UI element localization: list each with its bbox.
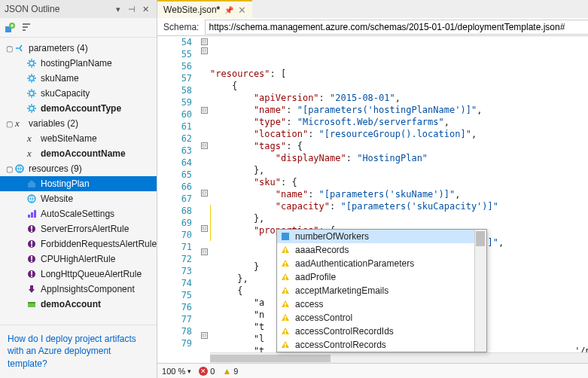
fold-gutter[interactable]: ⊟⊟⊟⊟⊟⊟⊟⊟ xyxy=(198,36,210,363)
tree-item-resource[interactable]: ▸demoAccount xyxy=(0,297,157,312)
tree-item-resource[interactable]: ▸LongHttpQueueAlertRule xyxy=(0,267,157,282)
svg-text:x: x xyxy=(14,118,20,129)
intellisense-label: access xyxy=(295,299,323,309)
variables-icon: x xyxy=(14,117,26,130)
warning-icon xyxy=(280,299,291,309)
tree-label: Website xyxy=(41,194,73,204)
svg-rect-46 xyxy=(34,210,36,218)
close-icon[interactable]: ✕ xyxy=(139,5,152,14)
intellisense-item[interactable]: access xyxy=(277,297,486,311)
svg-point-29 xyxy=(29,106,34,111)
tree-item-resource[interactable]: ▸ServerErrorsAlertRule xyxy=(0,221,157,236)
tree-item-resource[interactable]: ▸ForbiddenRequestsAlertRule xyxy=(0,236,157,251)
intellisense-popup[interactable]: numberOfWorkersaaaaRecordsaadAuthenticat… xyxy=(276,229,487,352)
warning-icon xyxy=(280,285,291,296)
intellisense-item[interactable]: numberOfWorkers xyxy=(277,230,486,243)
gear-icon xyxy=(26,87,38,99)
pin-icon[interactable]: ⊣ xyxy=(125,5,139,14)
warning-icon xyxy=(280,245,291,255)
tree-node-resources[interactable]: ▢ resources (9) xyxy=(0,161,157,176)
svg-rect-45 xyxy=(31,212,33,218)
tree-node-parameters[interactable]: ▢ parameters (4) xyxy=(0,41,157,56)
zoom-level[interactable]: 100 % ▾ xyxy=(162,367,191,376)
tree-item-resource[interactable]: ▸AutoScaleSettings xyxy=(0,206,157,221)
intellisense-scrollbar[interactable] xyxy=(474,230,486,352)
pin-icon[interactable]: 📌 xyxy=(224,6,233,14)
tree-label: demoAccountType xyxy=(41,103,121,114)
resource-icon xyxy=(26,298,38,310)
intellisense-item[interactable]: acceptMarketingEmails xyxy=(277,284,486,297)
svg-rect-73 xyxy=(285,319,286,321)
svg-line-8 xyxy=(34,66,35,67)
intellisense-item[interactable]: aadAuthenticationParameters xyxy=(277,257,486,270)
svg-text:x: x xyxy=(26,148,32,159)
tree-item-param[interactable]: ▸skuCapacity xyxy=(0,86,157,101)
warning-icon xyxy=(280,258,291,269)
intellisense-item[interactable]: accessControl xyxy=(277,311,486,325)
gear-icon xyxy=(26,57,38,69)
svg-line-19 xyxy=(34,75,35,77)
tree-item-param[interactable]: ▸demoAccountType xyxy=(0,101,157,116)
tree-item-resource[interactable]: ▸CPUHighAlertRule xyxy=(0,251,157,267)
svg-rect-42 xyxy=(28,183,35,187)
svg-rect-44 xyxy=(28,215,30,218)
tree-label: CPUHighAlertRule xyxy=(41,254,115,264)
tree-label: skuCapacity xyxy=(41,88,90,99)
outline-toolbar xyxy=(0,18,157,38)
svg-point-20 xyxy=(29,91,34,96)
resource-icon xyxy=(26,253,38,265)
collapse-icon[interactable]: ▢ xyxy=(5,165,14,173)
svg-rect-70 xyxy=(285,303,286,305)
warning-icon xyxy=(280,312,291,323)
tree-item-param[interactable]: ▸skuName xyxy=(0,71,157,86)
close-icon[interactable]: ✕ xyxy=(238,5,246,16)
svg-rect-49 xyxy=(31,230,32,232)
sort-icon[interactable] xyxy=(20,21,33,35)
tree-item-resource[interactable]: ▸HostingPlan xyxy=(0,176,157,191)
error-count[interactable]: ✕0 xyxy=(199,367,215,376)
help-link[interactable]: How do I deploy project artifacts with a… xyxy=(0,325,157,378)
schema-input[interactable] xyxy=(205,20,588,35)
intellisense-item[interactable]: aadProfile xyxy=(277,270,486,284)
tree-item-resource[interactable]: ▸AppInsightsComponent xyxy=(0,282,157,297)
svg-line-10 xyxy=(34,60,35,62)
resource-icon xyxy=(26,193,38,205)
intellisense-item[interactable]: aaaaRecords xyxy=(277,243,486,257)
tree-item-var[interactable]: ▸xdemoAccountName xyxy=(0,146,157,161)
window-position-icon[interactable]: ▾ xyxy=(111,5,125,14)
intellisense-label: accessControlRecordIds xyxy=(295,326,394,337)
tree-label: skuName xyxy=(41,73,79,84)
tree-label: webSiteName xyxy=(41,133,97,144)
svg-line-34 xyxy=(29,105,30,107)
svg-rect-63 xyxy=(285,251,286,253)
intellisense-item[interactable]: accessControlRecordIds xyxy=(277,325,486,338)
collapse-icon[interactable]: ▢ xyxy=(5,120,14,128)
tree-label: LongHttpQueueAlertRule xyxy=(41,269,142,279)
tree-label: variables (2) xyxy=(29,118,78,129)
tree-item-param[interactable]: ▸hostingPlanName xyxy=(0,56,157,71)
tree-item-var[interactable]: ▸xwebSiteName xyxy=(0,131,157,146)
tree-item-resource[interactable]: ▸Website xyxy=(0,191,157,206)
svg-line-36 xyxy=(29,111,30,112)
horizontal-scrollbar[interactable] xyxy=(210,352,588,363)
scrollbar-thumb[interactable] xyxy=(476,231,485,246)
svg-rect-62 xyxy=(285,248,286,251)
add-resource-icon[interactable] xyxy=(3,21,17,35)
gear-icon xyxy=(26,72,38,84)
intellisense-item[interactable]: accessControlRecords xyxy=(277,338,486,352)
outline-tree[interactable]: ▢ parameters (4) ▸hostingPlanName▸skuNam… xyxy=(0,38,157,325)
tree-node-variables[interactable]: ▢ x variables (2) xyxy=(0,116,157,131)
tab-website-json[interactable]: WebSite.json* 📌 ✕ xyxy=(157,0,252,18)
svg-rect-52 xyxy=(31,245,32,247)
warning-count[interactable]: ▲9 xyxy=(222,366,238,376)
svg-rect-54 xyxy=(31,256,32,260)
svg-rect-71 xyxy=(285,306,286,307)
panel-title: JSON Outline xyxy=(5,4,111,14)
warning-icon xyxy=(280,326,291,337)
collapse-icon[interactable]: ▢ xyxy=(5,44,14,53)
code-editor[interactable]: 5455565758596061626364656667686970717273… xyxy=(157,36,588,363)
svg-rect-76 xyxy=(285,343,286,346)
scrollbar-thumb[interactable] xyxy=(210,355,331,362)
line-number-gutter: 5455565758596061626364656667686970717273… xyxy=(157,36,198,363)
svg-rect-61 xyxy=(282,233,289,240)
